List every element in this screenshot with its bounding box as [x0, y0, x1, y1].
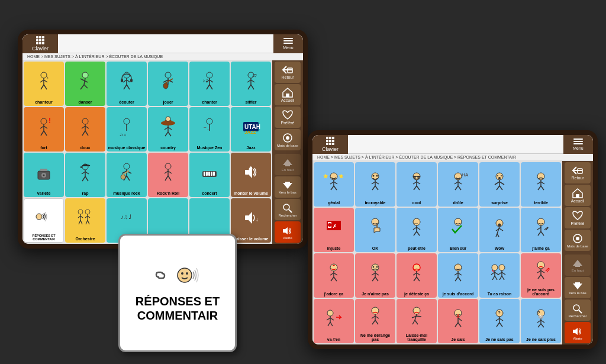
r-cell-vaten[interactable]: va-t'en	[314, 299, 354, 343]
r-cell-jenesaisplus[interactable]: ? ? Je ne sais plus	[521, 299, 561, 343]
sidebar-accueil-btn[interactable]: Accueil	[275, 84, 301, 105]
cell-musique-classique[interactable]: ♩♪♫ musique classique	[107, 107, 147, 152]
sidebar-alerte-btn[interactable]: Alerte	[275, 221, 301, 243]
cell-reponses[interactable]: RÉPONSES ET COMMENTAIR	[24, 198, 64, 243]
r-cell-ok[interactable]: OK	[355, 208, 395, 252]
svg-line-31	[207, 85, 209, 89]
r-cell-injuste[interactable]: ✗ injuste	[314, 208, 354, 252]
r-cell-peutetre[interactable]: ... peut-être	[397, 208, 437, 252]
sidebar-enhaut-label: En haut	[282, 168, 294, 172]
r-sidebar-enhaut-btn[interactable]: En haut	[565, 255, 591, 276]
sidebar-versbas-btn[interactable]: Vers le bas	[275, 176, 301, 198]
left-menu-button[interactable]: Menu	[273, 34, 303, 53]
left-keyboard-button[interactable]: Clavier	[22, 34, 58, 53]
r-cell-nemedeangepas[interactable]: Ne me dérange pas	[355, 299, 395, 343]
r-cell-biensur[interactable]: Bien sûr	[438, 208, 478, 252]
sidebar-enhaut-btn[interactable]: En haut	[275, 154, 301, 175]
r-cell-jaimeca[interactable]: j'aime ça	[521, 208, 561, 252]
r-sidebar-rechercher-label: Rechercher	[568, 314, 586, 318]
cell-orchestre[interactable]: Orchestre	[65, 198, 105, 243]
svg-line-131	[331, 186, 334, 190]
svg-line-272	[496, 318, 499, 321]
musique-classique-icon: ♩♪♫	[116, 116, 137, 137]
r-cell-jesuisdaccord[interactable]: je suis d'accord	[438, 253, 478, 298]
svg-line-113	[85, 216, 88, 218]
r-cell-wow-label: Wow	[495, 246, 504, 251]
r-cell-incroyable[interactable]: incroyable	[355, 162, 395, 207]
sidebar-prefere-btn[interactable]: Préféré	[275, 107, 301, 128]
r-cell-jesais[interactable]: Je sais	[438, 299, 478, 343]
reponses-icon	[33, 208, 54, 225]
sidebar-retour-btn[interactable]: Retour	[275, 62, 301, 83]
r-sidebar-retour-btn[interactable]: Retour	[565, 162, 591, 183]
r-cell-cool[interactable]: cool	[397, 162, 437, 207]
r-cell-drole[interactable]: HA drôle	[438, 162, 478, 207]
right-keyboard-button[interactable]: Clavier	[312, 135, 348, 154]
r-cell-laissemoitranquille-label: Laisse-moi tranquille	[398, 333, 436, 342]
svg-point-289	[573, 305, 579, 311]
r-cell-terrible[interactable]: terrible	[521, 162, 561, 207]
cell-chanter[interactable]: ♪♫ chanter	[189, 62, 230, 106]
svg-line-256	[375, 320, 378, 324]
svg-rect-101	[213, 172, 215, 176]
r-cell-jaimeca-label: j'aime ça	[532, 246, 549, 251]
cell-jouer-label: jouer	[163, 100, 173, 105]
cell-danser[interactable]: danser	[65, 62, 105, 106]
cool-icon	[406, 172, 427, 192]
svg-line-60	[165, 132, 168, 136]
cell-musique-zen[interactable]: ~ ~ Musique Zen	[189, 107, 230, 152]
svg-line-254	[375, 316, 379, 318]
breadcrumb-text: HOME > MES SUJETS > À L'INTÉRIEUR > ÉCOU…	[27, 54, 163, 59]
svg-line-49	[82, 126, 85, 128]
cell-country[interactable]: country	[148, 107, 188, 152]
cell-chanteur[interactable]: ♪ chanteur	[24, 62, 64, 106]
r-cell-genial[interactable]: ⭐ ⭐ génial	[314, 162, 354, 207]
r-cell-tuaraison[interactable]: Tu as raison	[479, 253, 520, 298]
injuste-icon: ✗	[323, 217, 344, 237]
cell-orchestre-label: Orchestre	[75, 237, 95, 241]
r-cell-jenesaispas[interactable]: ? Je ne sais pas	[479, 299, 520, 343]
r-sidebar-prefere-btn[interactable]: Préféré	[565, 207, 591, 228]
cell-musique-rock[interactable]: musique rock	[107, 153, 147, 197]
cell-rap[interactable]: rap	[65, 153, 105, 197]
right-menu-button[interactable]: Menu	[563, 135, 593, 154]
r-sidebar-accueil-btn[interactable]: Accueil	[565, 185, 591, 206]
back-icon	[282, 65, 294, 75]
r-cell-jenesuispas[interactable]: je ne suis pas d'accord	[521, 253, 561, 298]
svg-line-173	[541, 186, 544, 190]
cell-baisser-volume[interactable]: ↓ baisser le volume	[231, 198, 271, 243]
fort-icon: !	[33, 116, 54, 137]
r-cell-laissemoitranquille[interactable]: Laisse-moi tranquille	[397, 299, 437, 343]
r-sidebar-versbas-btn[interactable]: Vers le bas	[565, 277, 591, 298]
r-cell-jadoreca[interactable]: j'adore ça	[314, 253, 354, 298]
left-search-input[interactable]	[58, 34, 273, 53]
jenesaispas-icon: ?	[489, 308, 510, 328]
sidebar-mots-base-btn[interactable]: Mots de base	[275, 129, 301, 150]
cell-rocknroll[interactable]: Rock'n Roll	[148, 153, 188, 197]
cell-jouer[interactable]: jouer	[148, 62, 188, 106]
surprise-icon	[489, 172, 510, 192]
right-search-input[interactable]	[348, 135, 563, 153]
cell-jazz[interactable]: UTAH JAZZ Jazz	[231, 107, 271, 152]
r-cell-surprise[interactable]: surprise	[479, 162, 520, 207]
r-cell-jenesaisplus-label: Je ne sais plus	[526, 337, 556, 342]
svg-line-77	[82, 172, 85, 174]
cell-variete[interactable]: variété	[24, 153, 64, 197]
r-sidebar-rechercher-btn[interactable]: Rechercher	[565, 299, 591, 321]
r-cell-jenaimepas[interactable]: Je n'aime pas	[355, 253, 395, 298]
svg-point-176	[328, 223, 331, 227]
r-sidebar-mots-base-btn[interactable]: Mots de base	[565, 230, 591, 251]
sidebar-rechercher-btn[interactable]: Rechercher	[275, 199, 301, 220]
cell-ecouter[interactable]: écouter	[107, 62, 147, 106]
svg-line-232	[502, 276, 504, 280]
cell-monter-volume[interactable]: monter le volume	[231, 153, 271, 197]
r-sidebar-prefere-label: Préféré	[571, 221, 585, 226]
r-cell-wow[interactable]: Wow	[479, 208, 520, 252]
cell-doux[interactable]: doux	[65, 107, 105, 152]
r-cell-jedesteste[interactable]: je déteste ça	[397, 253, 437, 298]
cell-fort[interactable]: ! fort	[24, 107, 64, 152]
cell-siffler[interactable]: siffler	[231, 62, 271, 106]
cell-concert[interactable]: concert	[189, 153, 230, 197]
r-sidebar-alerte-btn[interactable]: Alerte	[565, 322, 591, 343]
svg-point-292	[178, 268, 192, 282]
